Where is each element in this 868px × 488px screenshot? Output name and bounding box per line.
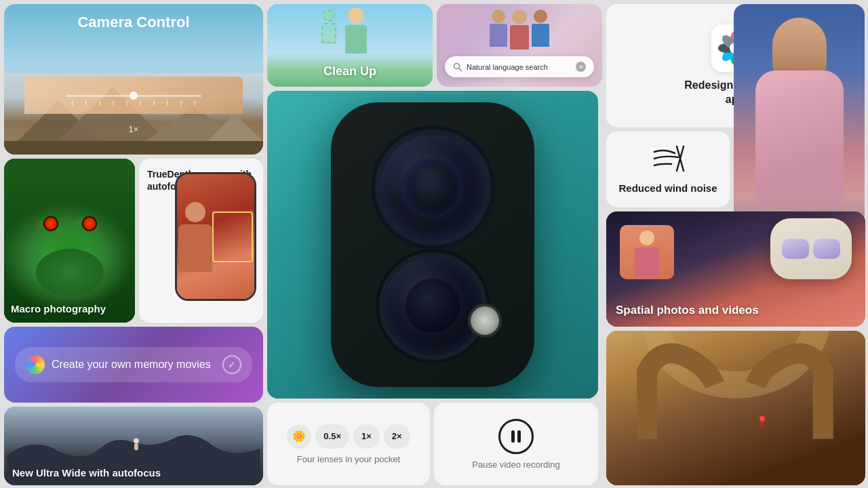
frog-eye-right — [82, 216, 97, 231]
tile-fusion: 48MP Fusion camera with 2x Telephoto — [606, 331, 865, 485]
search-icon — [453, 62, 462, 72]
pause-bar-right — [517, 430, 521, 443]
arch-svg — [606, 331, 865, 439]
top-lens — [380, 135, 486, 240]
clean-up-label: Clean Up — [267, 64, 433, 79]
ultra-wide-label: New Ultra Wide with autofocus — [12, 467, 161, 479]
svg-point-21 — [760, 416, 765, 422]
memory-search-bar: Create your own memory movies ✓ — [15, 347, 252, 382]
search-clear-button[interactable]: ✕ — [576, 62, 586, 72]
camera-control-title: Camera Control — [4, 14, 263, 31]
frog-image — [4, 159, 135, 323]
macro-label: Macro photography — [11, 303, 106, 314]
tile-truedepth: TrueDepth camera with autofocus — [139, 159, 263, 323]
pause-video-label: Pause video recording — [472, 460, 559, 470]
four-lenses-label: Four lenses in your pocket — [297, 454, 400, 464]
tile-camera-control: Camera Control — [4, 4, 263, 155]
memory-movies-text: Create your own memory movies — [52, 359, 216, 371]
natural-language-search-text: Natural language search — [467, 63, 572, 71]
tile-pause-video: Pause video recording — [434, 403, 598, 485]
tile-wind-noise: Reduced wind noise — [606, 131, 730, 207]
svg-rect-19 — [134, 443, 138, 450]
spatial-label: Spatial photos and videos — [616, 304, 759, 317]
frog-eye-left — [43, 216, 58, 231]
pause-button[interactable] — [498, 419, 534, 454]
face-detection-box — [212, 211, 253, 262]
wind-noise-icon — [651, 145, 685, 178]
lens-2x-button[interactable]: 2× — [384, 424, 410, 449]
tile-spatial: Spatial photos and videos — [606, 211, 865, 327]
tile-ultra-wide: New Ultra Wide with autofocus — [4, 407, 263, 485]
lens-buttons-group: 🌼 0.5× 1× 2× — [287, 424, 410, 449]
memory-check-button[interactable]: ✓ — [222, 355, 241, 374]
spatial-label-wrapper: Spatial photos and videos — [616, 304, 759, 317]
bottom-lens — [384, 257, 482, 355]
memory-movies-icon — [26, 355, 45, 374]
tile-natural-language: Natural language search ✕ — [437, 4, 602, 87]
lens-05x-button[interactable]: 0.5× — [315, 424, 349, 449]
svg-rect-22 — [761, 422, 764, 427]
tile-four-lenses: 🌼 0.5× 1× 2× Four lenses in your pocket — [267, 403, 430, 485]
tile-memory-movies: Create your own memory movies ✓ — [4, 327, 263, 403]
tile-macro: Macro photography — [4, 159, 135, 323]
lens-1x-button[interactable]: 1× — [353, 424, 380, 449]
pause-bar-left — [511, 430, 515, 443]
phone-mockup — [175, 172, 256, 301]
phone-screen — [177, 174, 254, 299]
main-container: Camera Control — [0, 0, 868, 488]
svg-point-5 — [454, 63, 460, 68]
svg-point-18 — [134, 439, 139, 444]
camera-control-zoom: 1× — [129, 124, 139, 134]
tile-clean-up: Clean Up — [267, 4, 433, 87]
tile-center-camera — [267, 91, 598, 399]
svg-rect-4 — [4, 141, 263, 155]
wind-noise-label: Reduced wind noise — [618, 182, 717, 194]
svg-line-6 — [459, 68, 462, 71]
pause-bars — [511, 430, 521, 443]
lens-flower-button[interactable]: 🌼 — [287, 424, 311, 449]
